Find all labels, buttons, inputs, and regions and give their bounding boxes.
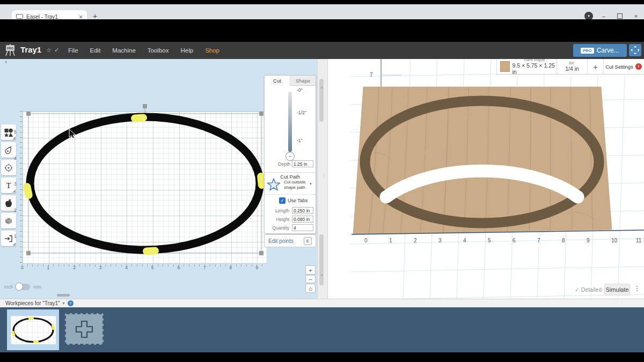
material-cell[interactable]: Hard Maple 9.5 × 5.75 × 1.25 in: [497, 59, 557, 74]
detailed-check-icon: ✓: [575, 286, 580, 293]
cut-path-dropdown-icon[interactable]: ▾: [310, 182, 312, 186]
help-icon[interactable]: ?: [68, 300, 74, 306]
carve-preview: [328, 59, 644, 299]
unit-mm-label[interactable]: mm: [33, 284, 41, 290]
menu-help[interactable]: Help: [180, 47, 193, 54]
field-input-height[interactable]: [292, 216, 313, 223]
depth-slider-handle[interactable]: –: [286, 152, 295, 161]
bit-label: Bit:: [569, 61, 575, 66]
add-workpiece-button[interactable]: [65, 313, 104, 345]
collapse-left-icon[interactable]: «: [320, 272, 323, 278]
ruler-y-tick: 3: [14, 181, 17, 187]
use-tabs-label: Use Tabs: [288, 198, 308, 203]
menu-edit[interactable]: Edit: [90, 47, 101, 54]
rotation-handle[interactable]: [143, 104, 147, 108]
axis-x-tick: 11: [636, 238, 641, 243]
ruler-x-tick: 2: [73, 265, 76, 270]
tab-cut[interactable]: Cut: [265, 76, 290, 86]
material-bar: Hard Maple 9.5 × 5.75 × 1.25 in Bit: 1/4…: [496, 59, 644, 75]
menu-shop[interactable]: Shop: [205, 47, 219, 54]
axis-x-tick: 1: [389, 238, 392, 243]
preview-menu-icon[interactable]: ⋮: [634, 285, 640, 292]
workpieces-title: Workpieces for "Tray1": [5, 300, 60, 306]
workpiece-thumbnail-selected[interactable]: [7, 309, 59, 350]
ruler-y-tick: 1: [14, 233, 17, 239]
add-bit-button[interactable]: +: [588, 59, 604, 74]
menu-file[interactable]: File: [68, 47, 78, 54]
cut-panel: CutShape -0"-1/2"-1" – Depth Cut Path Cu…: [264, 75, 316, 234]
text-icon: T: [4, 181, 13, 190]
axis-x-tick: 3: [438, 238, 442, 243]
carve-button[interactable]: PRO Carve...: [573, 44, 627, 57]
cut-settings-label: Cut Settings: [605, 64, 633, 70]
material-swatch: [500, 61, 510, 72]
svg-text:PRO: PRO: [7, 47, 14, 50]
menu-toolbox[interactable]: Toolbox: [148, 47, 169, 54]
workpiece-material-2d[interactable]: [22, 111, 267, 264]
depth-input[interactable]: [292, 160, 313, 167]
menu-machine[interactable]: Machine: [112, 47, 135, 54]
pen-icon: [4, 145, 13, 155]
zoom-out-button[interactable]: –: [305, 275, 316, 283]
slider-label: -1": [297, 138, 303, 143]
restore-icon: [617, 13, 623, 19]
axis-x-tick: 0: [364, 238, 368, 243]
horizontal-scrollbar[interactable]: [57, 294, 70, 297]
zoom-in-button[interactable]: +: [305, 265, 316, 275]
field-label-quantity: Quantity: [265, 225, 289, 231]
detailed-toggle[interactable]: ✓ Detailed: [575, 286, 602, 293]
field-input-quantity[interactable]: [292, 224, 313, 231]
axis-x-tick: 5: [488, 238, 491, 243]
cut-settings-button[interactable]: Cut Settings !: [604, 59, 643, 74]
crosshair-icon: [4, 163, 13, 173]
cut-panel-tabs: CutShape: [265, 76, 316, 86]
favorite-star-icon[interactable]: ☆: [46, 47, 52, 54]
fullscreen-toggle-button[interactable]: [629, 44, 641, 56]
slider-label: -0": [297, 87, 303, 93]
ruler-x-tick: 6: [177, 265, 180, 270]
unit-toggle-knob[interactable]: [15, 283, 23, 291]
zoom-home-button[interactable]: ⌂: [305, 284, 316, 293]
easel-header: PRO Tray1 ☆ ✓ FileEditMachineToolboxHelp…: [0, 42, 644, 59]
toolbar-collapse-icon[interactable]: ∧: [4, 60, 8, 64]
move-arrows-icon: [629, 44, 641, 56]
workpieces-label-bar[interactable]: Workpieces for "Tray1" ▾ ?: [0, 299, 644, 307]
tool-material-button[interactable]: [1, 213, 16, 228]
collapse-right-icon[interactable]: »: [320, 85, 323, 90]
design-canvas-2d[interactable]: ∧ T: [0, 59, 317, 299]
axis-x-tick: 7: [537, 238, 540, 243]
svg-text:T: T: [6, 182, 11, 190]
workpiece-thumbnail-canvas: [11, 316, 56, 344]
axis-x-tick: 10: [611, 238, 617, 243]
axis-x-tick: 2: [414, 238, 417, 243]
panel-divider[interactable]: » ⋮ «: [317, 59, 328, 299]
use-tabs-checkbox[interactable]: ✓: [279, 197, 286, 204]
workpieces-chevron-icon[interactable]: ▾: [63, 301, 65, 306]
field-input-length[interactable]: [292, 207, 313, 214]
tab-shape[interactable]: Shape: [290, 76, 316, 86]
field-label-length: Length: [265, 208, 289, 213]
ruler-x-tick: 0: [21, 265, 24, 270]
unit-inch-label[interactable]: inch: [4, 284, 13, 290]
ruler-x-tick: 8: [230, 265, 232, 270]
field-label-height: Height: [265, 217, 289, 222]
ruler-x-tick: 9: [255, 265, 258, 270]
ruler-y-tick: 4: [14, 156, 17, 161]
edit-points-bar[interactable]: Edit points E: [264, 234, 316, 247]
divider-drag-icon[interactable]: ⋮: [321, 173, 326, 178]
ruler-x-tick: 4: [125, 265, 128, 270]
preview-panel-3d[interactable]: 7: [328, 59, 644, 299]
depth-slider-track[interactable]: [288, 92, 292, 152]
browser-tabstrip: Easel - Tray1 × + ▾ – ×: [0, 4, 644, 19]
import-icon: [4, 234, 13, 243]
add-workpiece-plus-icon: [66, 314, 103, 344]
saved-check-icon: ✓: [54, 47, 59, 54]
tool-origin-button[interactable]: [1, 160, 16, 175]
workpieces-area: [0, 307, 644, 352]
easel-logo-icon: PRO: [3, 43, 17, 57]
simulate-button[interactable]: Simulate: [604, 284, 630, 295]
cut-path-value[interactable]: Cut outside shape path: [282, 180, 308, 190]
menu-row: FileEditMachineToolboxHelpShop: [68, 42, 219, 59]
ruler-x-tick: 7: [203, 265, 206, 270]
bit-cell[interactable]: Bit: 1/4 in: [557, 59, 588, 74]
